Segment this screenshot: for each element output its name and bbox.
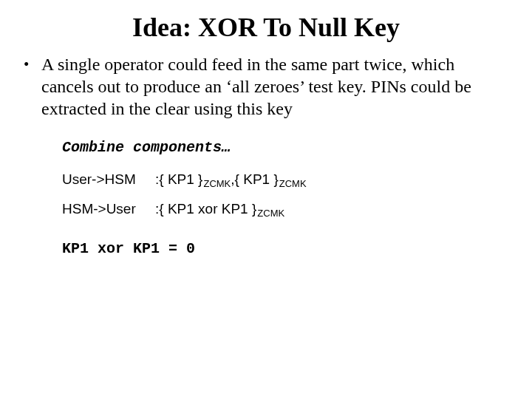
protocol-row-2: HSM->User : { KP1 xor KP1 } ZCMK: [62, 199, 502, 221]
identity-line: KP1 xor KP1 = 0: [62, 240, 502, 257]
expr-part: { KP1 xor KP1 }: [159, 199, 256, 219]
protocol-row-1-right: : { KP1 } ZCMK , { KP1 } ZCMK: [155, 169, 307, 191]
expr-part: { KP1 }: [159, 169, 202, 190]
bullet-block: • A single operator could feed in the sa…: [0, 50, 532, 120]
protocol-row-2-left: HSM->User: [62, 199, 155, 221]
protocol-table: User->HSM : { KP1 } ZCMK , { KP1 } ZCMK …: [62, 169, 502, 221]
subscript: ZCMK: [203, 174, 231, 194]
bullet-text: A single operator could feed in the same…: [41, 53, 502, 120]
slide-title: Idea: XOR To Null Key: [0, 0, 532, 50]
bullet-row: • A single operator could feed in the sa…: [21, 53, 502, 120]
expr-part: { KP1 }: [235, 169, 279, 190]
combine-heading: Combine components…: [62, 139, 502, 156]
protocol-row-1: User->HSM : { KP1 } ZCMK , { KP1 } ZCMK: [62, 169, 502, 191]
subscript: ZCMK: [279, 174, 307, 194]
subscript: ZCMK: [257, 203, 284, 224]
slide: Idea: XOR To Null Key • A single operato…: [0, 0, 532, 399]
protocol-row-2-right: : { KP1 xor KP1 } ZCMK: [155, 199, 284, 221]
bullet-mark: •: [21, 53, 41, 75]
protocol-row-1-left: User->HSM: [62, 169, 155, 191]
detail-block: Combine components… User->HSM : { KP1 } …: [0, 120, 532, 257]
